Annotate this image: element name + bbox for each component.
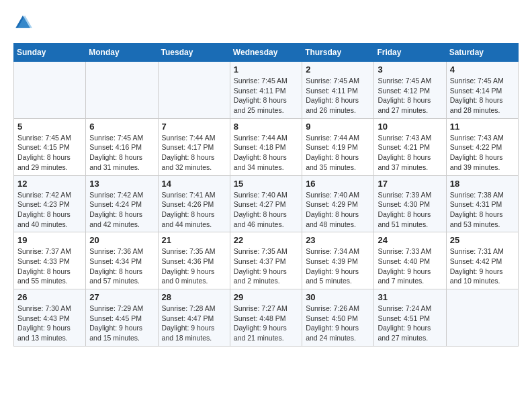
- day-info: Sunrise: 7:35 AMSunset: 4:37 PMDaylight:…: [234, 247, 287, 285]
- day-number: 14: [162, 179, 226, 189]
- calendar-week-row: 12 Sunrise: 7:42 AMSunset: 4:23 PMDaylig…: [14, 175, 519, 232]
- calendar-cell: 6 Sunrise: 7:45 AMSunset: 4:16 PMDayligh…: [86, 118, 158, 175]
- day-number: 21: [162, 235, 226, 245]
- calendar-cell: 21 Sunrise: 7:35 AMSunset: 4:36 PMDaylig…: [158, 232, 230, 289]
- day-info: Sunrise: 7:35 AMSunset: 4:36 PMDaylight:…: [162, 247, 216, 285]
- day-number: 6: [89, 122, 154, 132]
- calendar-cell: 11 Sunrise: 7:43 AMSunset: 4:22 PMDaylig…: [446, 118, 518, 175]
- day-number: 26: [17, 292, 82, 302]
- day-info: Sunrise: 7:38 AMSunset: 4:31 PMDaylight:…: [450, 191, 504, 228]
- calendar-cell: 16 Sunrise: 7:40 AMSunset: 4:29 PMDaylig…: [302, 175, 374, 232]
- calendar-week-row: 1 Sunrise: 7:45 AMSunset: 4:11 PMDayligh…: [14, 62, 519, 119]
- day-number: 18: [450, 179, 515, 189]
- calendar-cell: 17 Sunrise: 7:39 AMSunset: 4:30 PMDaylig…: [374, 175, 446, 232]
- calendar-cell: 1 Sunrise: 7:45 AMSunset: 4:11 PMDayligh…: [230, 62, 302, 119]
- day-info: Sunrise: 7:33 AMSunset: 4:40 PMDaylight:…: [378, 247, 431, 285]
- weekday-header: Saturday: [446, 44, 518, 62]
- day-info: Sunrise: 7:44 AMSunset: 4:18 PMDaylight:…: [234, 134, 287, 171]
- day-info: Sunrise: 7:37 AMSunset: 4:33 PMDaylight:…: [17, 247, 71, 285]
- calendar-cell: 14 Sunrise: 7:41 AMSunset: 4:26 PMDaylig…: [158, 175, 230, 232]
- day-info: Sunrise: 7:27 AMSunset: 4:48 PMDaylight:…: [234, 304, 287, 342]
- calendar-cell: [446, 289, 518, 347]
- day-number: 24: [378, 235, 442, 245]
- calendar-cell: 12 Sunrise: 7:42 AMSunset: 4:23 PMDaylig…: [14, 175, 86, 232]
- calendar-cell: 30 Sunrise: 7:26 AMSunset: 4:50 PMDaylig…: [302, 289, 374, 347]
- calendar-cell: 26 Sunrise: 7:30 AMSunset: 4:43 PMDaylig…: [14, 289, 86, 347]
- day-number: 2: [306, 64, 370, 75]
- day-number: 12: [17, 179, 82, 189]
- day-info: Sunrise: 7:30 AMSunset: 4:43 PMDaylight:…: [17, 304, 71, 342]
- day-number: 13: [89, 179, 154, 189]
- calendar-cell: 7 Sunrise: 7:44 AMSunset: 4:17 PMDayligh…: [158, 118, 230, 175]
- weekday-header: Friday: [374, 44, 446, 62]
- day-number: 10: [378, 122, 442, 132]
- day-info: Sunrise: 7:24 AMSunset: 4:51 PMDaylight:…: [378, 304, 431, 342]
- day-info: Sunrise: 7:42 AMSunset: 4:23 PMDaylight:…: [17, 191, 71, 228]
- day-number: 27: [89, 292, 154, 302]
- day-number: 25: [450, 235, 515, 245]
- day-number: 20: [89, 235, 154, 245]
- calendar-week-row: 5 Sunrise: 7:45 AMSunset: 4:15 PMDayligh…: [14, 118, 519, 175]
- day-number: 30: [306, 292, 370, 302]
- calendar-cell: 25 Sunrise: 7:31 AMSunset: 4:42 PMDaylig…: [446, 232, 518, 289]
- calendar-week-row: 26 Sunrise: 7:30 AMSunset: 4:43 PMDaylig…: [14, 289, 519, 347]
- calendar-cell: 24 Sunrise: 7:33 AMSunset: 4:40 PMDaylig…: [374, 232, 446, 289]
- day-number: 15: [234, 179, 298, 189]
- day-number: 1: [234, 64, 298, 75]
- logo: [13, 13, 35, 32]
- day-info: Sunrise: 7:29 AMSunset: 4:45 PMDaylight:…: [89, 304, 143, 342]
- header: [13, 13, 519, 32]
- calendar-cell: 22 Sunrise: 7:35 AMSunset: 4:37 PMDaylig…: [230, 232, 302, 289]
- weekday-header: Wednesday: [230, 44, 302, 62]
- calendar-cell: 10 Sunrise: 7:43 AMSunset: 4:21 PMDaylig…: [374, 118, 446, 175]
- day-number: 3: [378, 64, 442, 75]
- day-info: Sunrise: 7:43 AMSunset: 4:22 PMDaylight:…: [450, 134, 504, 171]
- calendar-cell: 19 Sunrise: 7:37 AMSunset: 4:33 PMDaylig…: [14, 232, 86, 289]
- day-info: Sunrise: 7:26 AMSunset: 4:50 PMDaylight:…: [306, 304, 359, 342]
- calendar-cell: 15 Sunrise: 7:40 AMSunset: 4:27 PMDaylig…: [230, 175, 302, 232]
- weekday-header: Tuesday: [158, 44, 230, 62]
- weekday-header: Thursday: [302, 44, 374, 62]
- day-number: 19: [17, 235, 82, 245]
- day-info: Sunrise: 7:45 AMSunset: 4:11 PMDaylight:…: [234, 77, 287, 114]
- calendar-cell: 27 Sunrise: 7:29 AMSunset: 4:45 PMDaylig…: [86, 289, 158, 347]
- calendar-cell: [158, 62, 230, 119]
- weekday-header-row: SundayMondayTuesdayWednesdayThursdayFrid…: [14, 44, 519, 62]
- day-number: 9: [306, 122, 370, 132]
- day-info: Sunrise: 7:43 AMSunset: 4:21 PMDaylight:…: [378, 134, 431, 171]
- calendar-cell: 31 Sunrise: 7:24 AMSunset: 4:51 PMDaylig…: [374, 289, 446, 347]
- calendar-cell: 5 Sunrise: 7:45 AMSunset: 4:15 PMDayligh…: [14, 118, 86, 175]
- calendar-cell: [86, 62, 158, 119]
- calendar-cell: 9 Sunrise: 7:44 AMSunset: 4:19 PMDayligh…: [302, 118, 374, 175]
- day-number: 23: [306, 235, 370, 245]
- day-number: 11: [450, 122, 515, 132]
- calendar-cell: 23 Sunrise: 7:34 AMSunset: 4:39 PMDaylig…: [302, 232, 374, 289]
- calendar-week-row: 19 Sunrise: 7:37 AMSunset: 4:33 PMDaylig…: [14, 232, 519, 289]
- logo-icon: [13, 13, 32, 32]
- day-info: Sunrise: 7:45 AMSunset: 4:11 PMDaylight:…: [306, 77, 359, 114]
- day-info: Sunrise: 7:40 AMSunset: 4:27 PMDaylight:…: [234, 191, 287, 228]
- day-info: Sunrise: 7:42 AMSunset: 4:24 PMDaylight:…: [89, 191, 143, 228]
- day-info: Sunrise: 7:36 AMSunset: 4:34 PMDaylight:…: [89, 247, 143, 285]
- day-info: Sunrise: 7:34 AMSunset: 4:39 PMDaylight:…: [306, 247, 359, 285]
- day-number: 31: [378, 292, 442, 302]
- calendar-cell: 8 Sunrise: 7:44 AMSunset: 4:18 PMDayligh…: [230, 118, 302, 175]
- day-info: Sunrise: 7:45 AMSunset: 4:14 PMDaylight:…: [450, 77, 504, 114]
- day-number: 5: [17, 122, 82, 132]
- day-number: 29: [234, 292, 298, 302]
- calendar-cell: 29 Sunrise: 7:27 AMSunset: 4:48 PMDaylig…: [230, 289, 302, 347]
- weekday-header: Monday: [86, 44, 158, 62]
- day-number: 7: [162, 122, 226, 132]
- day-info: Sunrise: 7:45 AMSunset: 4:12 PMDaylight:…: [378, 77, 431, 114]
- day-number: 28: [162, 292, 226, 302]
- calendar-table: SundayMondayTuesdayWednesdayThursdayFrid…: [13, 43, 519, 347]
- calendar-cell: 2 Sunrise: 7:45 AMSunset: 4:11 PMDayligh…: [302, 62, 374, 119]
- calendar-cell: 3 Sunrise: 7:45 AMSunset: 4:12 PMDayligh…: [374, 62, 446, 119]
- weekday-header: Sunday: [14, 44, 86, 62]
- day-info: Sunrise: 7:40 AMSunset: 4:29 PMDaylight:…: [306, 191, 359, 228]
- calendar-cell: 4 Sunrise: 7:45 AMSunset: 4:14 PMDayligh…: [446, 62, 518, 119]
- day-info: Sunrise: 7:39 AMSunset: 4:30 PMDaylight:…: [378, 191, 431, 228]
- calendar-cell: 28 Sunrise: 7:28 AMSunset: 4:47 PMDaylig…: [158, 289, 230, 347]
- day-info: Sunrise: 7:28 AMSunset: 4:47 PMDaylight:…: [162, 304, 216, 342]
- day-info: Sunrise: 7:41 AMSunset: 4:26 PMDaylight:…: [162, 191, 216, 228]
